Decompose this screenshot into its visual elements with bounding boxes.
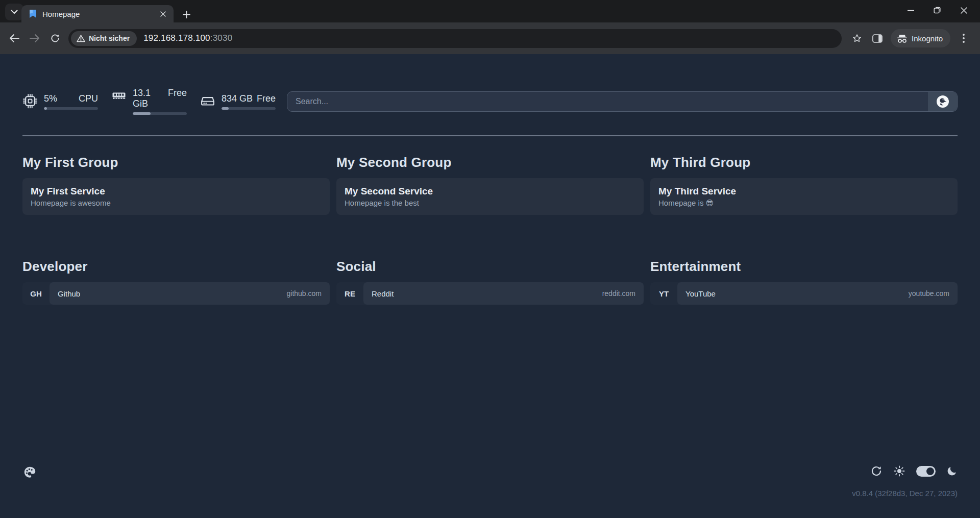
url-text: 192.168.178.100:3030 [143, 33, 232, 43]
incognito-label: Inkognito [912, 34, 943, 43]
ram-icon [111, 88, 127, 103]
star-icon [852, 33, 862, 43]
group-title: My First Group [22, 155, 330, 170]
bookmark-group-social: Social RE Reddit reddit.com [336, 259, 644, 305]
window-minimize-button[interactable] [897, 1, 924, 19]
search-bar [287, 91, 958, 112]
group-title: Developer [22, 259, 330, 275]
service-name: My Second Service [345, 186, 635, 197]
disk-value: 834 GB [222, 93, 253, 104]
address-bar[interactable]: Nicht sicher 192.168.178.100:3030 [68, 29, 842, 48]
window-close-button[interactable] [950, 1, 977, 19]
disk-label: Free [257, 93, 276, 104]
reload-button[interactable] [45, 28, 65, 48]
incognito-icon [897, 34, 908, 43]
disk-progress-bar [222, 107, 276, 110]
service-groups: My First Group My First Service Homepage… [22, 155, 958, 215]
bookmark-domain: reddit.com [602, 289, 635, 298]
bookmark-youtube[interactable]: YT YouTube youtube.com [650, 282, 958, 305]
bookmark-group-entertainment: Entertainment YT YouTube youtube.com [650, 259, 958, 305]
sun-icon [893, 465, 905, 477]
bookmark-star-button[interactable] [847, 28, 867, 48]
cpu-progress-fill [44, 107, 47, 110]
bookmark-reddit[interactable]: RE Reddit reddit.com [336, 282, 644, 305]
bookmark-body: YouTube youtube.com [677, 282, 958, 305]
window-controls [897, 1, 977, 19]
memory-label: Free [168, 88, 187, 109]
refresh-icon [870, 465, 883, 477]
bookmark-groups: Developer GH Github github.com Social RE… [22, 259, 958, 305]
color-theme-button[interactable] [21, 464, 38, 480]
service-name: My First Service [31, 186, 322, 197]
forward-button[interactable] [24, 28, 45, 48]
tab-close-button[interactable] [157, 8, 168, 19]
top-row: 5% CPU [22, 54, 958, 115]
browser-tab-homepage[interactable]: Homepage [21, 5, 174, 22]
cpu-icon [22, 93, 38, 109]
homepage-dashboard: 5% CPU [0, 54, 980, 518]
tab-search-button[interactable] [5, 4, 23, 20]
service-name: My Third Service [658, 186, 949, 197]
service-group-2: My Second Group My Second Service Homepa… [336, 155, 644, 215]
service-description: Homepage is 😎 [658, 199, 949, 208]
cpu-progress-bar [44, 107, 98, 110]
bookmark-name: Reddit [372, 289, 394, 298]
memory-value: 13.1 GiB [133, 88, 168, 109]
group-title: My Second Group [336, 155, 644, 170]
memory-progress-fill [133, 112, 151, 115]
cpu-label: CPU [79, 93, 98, 104]
moon-icon [946, 465, 958, 477]
service-card[interactable]: My First Service Homepage is awesome [22, 178, 330, 215]
bookmark-domain: youtube.com [909, 289, 949, 298]
theme-toggle-knob [926, 467, 934, 475]
search-input[interactable] [287, 92, 928, 111]
group-title: Social [336, 259, 644, 275]
bookmark-name: Github [58, 289, 80, 298]
service-group-1: My First Group My First Service Homepage… [22, 155, 330, 215]
service-card[interactable]: My Third Service Homepage is 😎 [650, 178, 958, 215]
duckduckgo-icon [936, 95, 949, 108]
favicon-bookmark-icon [29, 9, 37, 18]
dark-mode-button[interactable] [946, 465, 958, 477]
cpu-value: 5% [44, 93, 57, 104]
service-card[interactable]: My Second Service Homepage is the best [336, 178, 644, 215]
theme-toggle[interactable] [916, 466, 936, 477]
light-mode-button[interactable] [893, 465, 905, 477]
bookmark-body: Reddit reddit.com [363, 282, 644, 305]
search-provider-button[interactable] [928, 92, 957, 111]
bookmark-abbr: YT [650, 282, 677, 305]
memory-progress-bar [133, 112, 187, 115]
window-maximize-button[interactable] [924, 1, 950, 19]
chevron-down-icon [11, 10, 18, 14]
disk-widget: 834 GB Free [200, 93, 276, 110]
palette-icon [23, 465, 37, 479]
bookmark-abbr: GH [22, 282, 50, 305]
incognito-badge[interactable]: Inkognito [891, 29, 950, 47]
side-panel-button[interactable] [867, 28, 888, 48]
back-button[interactable] [4, 28, 24, 48]
service-description: Homepage is the best [345, 199, 635, 207]
bookmark-name: YouTube [685, 289, 716, 298]
bookmark-domain: github.com [287, 289, 322, 298]
back-arrow-icon [9, 34, 19, 43]
security-chip-label: Nicht sicher [89, 34, 130, 42]
new-tab-button[interactable] [179, 7, 194, 22]
site-security-chip[interactable]: Nicht sicher [71, 31, 137, 46]
bookmark-group-developer: Developer GH Github github.com [22, 259, 330, 305]
side-panel-icon [872, 34, 883, 43]
resource-widgets: 5% CPU [22, 88, 276, 115]
group-title: My Third Group [650, 155, 958, 170]
cpu-widget: 5% CPU [22, 93, 98, 110]
refresh-button[interactable] [870, 465, 883, 477]
memory-widget: 13.1 GiB Free [111, 88, 187, 115]
browser-titlebar: Homepage [0, 0, 980, 22]
bookmark-github[interactable]: GH Github github.com [22, 282, 330, 305]
bookmark-body: Github github.com [50, 282, 330, 305]
tab-title: Homepage [42, 10, 157, 18]
bookmark-abbr: RE [336, 282, 363, 305]
disk-progress-fill [222, 107, 229, 110]
version-text: v0.8.4 (32f28d3, Dec 27, 2023) [852, 489, 958, 498]
group-title: Entertainment [650, 259, 958, 275]
service-group-3: My Third Group My Third Service Homepage… [650, 155, 958, 215]
browser-menu-button[interactable] [953, 28, 974, 48]
